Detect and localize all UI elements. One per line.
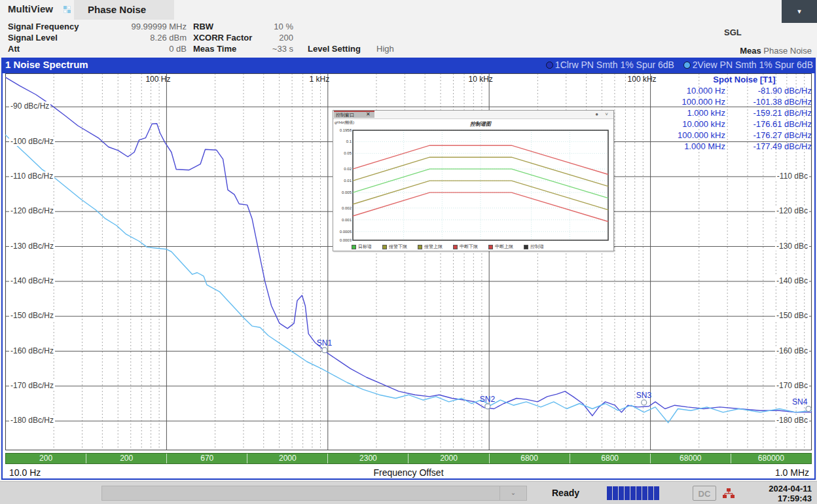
spot-noise-row: 1.000 kHz-159.21 dBc/Hz [653, 107, 812, 118]
overlay-y-tick: 0.01 [344, 179, 352, 183]
trace-2-dot-icon [683, 62, 691, 69]
segment-count: 200 [86, 454, 167, 463]
overlay-y-tick: 0.0005 [340, 230, 352, 234]
overlay-legend-item: 报警下限 [382, 243, 407, 250]
progress-segment [613, 486, 618, 500]
field-label: Att [8, 44, 20, 54]
legend-swatch-icon [418, 245, 422, 249]
time-text: 17:59:43 [769, 494, 812, 503]
spot-noise-frequency: 10.000 kHz [653, 118, 725, 130]
overlay-y-tick: 0.005 [342, 190, 352, 194]
overlay-x-tick: 2000 [604, 242, 613, 243]
overlay-profile-chart: 控制谱图g²/Hz(幅值)0.19580.10.050.020.010.0050… [333, 118, 615, 243]
field-value: 10 % [249, 22, 293, 31]
close-icon[interactable]: ✕ [366, 111, 371, 118]
trace-2-legend[interactable]: 2View PN Smth 1% Spur 6dB [683, 60, 813, 70]
segment-count: 670 [167, 454, 247, 463]
trace-1-label: 1Clrw PN Smth 1% Spur 6dB [555, 60, 674, 70]
spot-noise-frequency: 10.000 Hz [653, 85, 725, 96]
legend-swatch-icon [352, 245, 356, 249]
field-value: 99.99999 MHz [105, 22, 187, 31]
overlay-y-tick: 0.001 [342, 218, 352, 222]
legend-swatch-icon [488, 245, 493, 249]
legend-label: 控制谱 [530, 243, 544, 250]
spot-noise-value: -159.21 dBc/Hz [725, 107, 812, 118]
spot-noise-title: Spot Noise [T1] [653, 75, 812, 84]
spot-noise-value: -81.90 dBc/Hz [725, 85, 812, 96]
field-label: Signal Level [8, 33, 58, 43]
segment-count: 2000 [408, 454, 489, 463]
meas-value: Phase Noise [763, 46, 812, 56]
segment-count: 680000 [731, 454, 811, 463]
overlay-legend-item: 目标谱 [352, 243, 372, 250]
dc-coupling-indicator: DC [693, 486, 716, 501]
noise-spectrum-titlebar: 1 Noise Spectrum 1Clrw PN Smth 1% Spur 6… [1, 58, 816, 72]
status-message-field: ⌄ [101, 486, 527, 501]
chart-title: 1 Noise Spectrum [5, 58, 88, 72]
multiview-grid-icon [64, 6, 71, 14]
legend-label: 中断下限 [460, 243, 478, 250]
spot-noise-value: -176.61 dBc/Hz [725, 118, 812, 130]
field-value: High [376, 44, 416, 54]
legend-label: 报警上限 [424, 243, 443, 250]
overlay-y-tick: 0.1958 [340, 128, 352, 132]
overlay-app-window[interactable]: 控制窗口 ✕ ● ˅ 控制谱图g²/Hz(幅值)0.19580.10.050.0… [333, 110, 614, 251]
meas-mode-indicator: Meas Phase Noise [740, 46, 812, 56]
progress-segment [619, 486, 624, 500]
overlay-legend-item: 控制谱 [524, 243, 544, 250]
field-value: 200 [249, 33, 293, 43]
status-expand-button[interactable]: ⌄ [499, 486, 526, 500]
trace-1-legend[interactable]: 1Clrw PN Smth 1% Spur 6dB [546, 60, 674, 70]
field-value: ~33 s [249, 44, 293, 54]
overlay-chart-title: 控制谱图 [469, 121, 492, 127]
overlay-legend-item: 中断下限 [453, 243, 478, 250]
progress-segment [636, 486, 642, 500]
legend-label: 中断上限 [495, 243, 513, 250]
spot-noise-table: Spot Noise [T1] 10.000 Hz-81.90 dBc/Hz10… [653, 75, 812, 152]
spot-noise-row: 10.000 Hz-81.90 dBc/Hz [653, 85, 812, 96]
chevron-down-icon: ▾ [797, 7, 801, 15]
phase-noise-analyzer-app: MultiView Phase Noise ▾ Signal Frequency… [0, 0, 817, 504]
progress-segment [607, 486, 612, 500]
tab-phase-noise[interactable]: Phase Noise [74, 0, 174, 20]
overlay-legend: 目标谱报警下限报警上限中断下限中断上限控制谱 [352, 243, 544, 251]
datetime-display: 2024-04-11 17:59:43 [769, 484, 812, 503]
field-label: Level Setting [308, 44, 361, 54]
legend-swatch-icon [524, 245, 528, 249]
progress-segment [654, 486, 659, 500]
field-value: 8.26 dBm [105, 33, 187, 43]
overlay-x-tick: 1000 [566, 242, 575, 243]
spot-noise-value: -176.27 dBc/Hz [725, 130, 812, 141]
overlay-corner-icons[interactable]: ● ˅ [595, 111, 611, 118]
spot-noise-frequency: 1.000 kHz [653, 107, 725, 118]
segment-count: 6800 [570, 454, 651, 463]
spot-noise-row: 1.000 MHz-177.49 dBc/Hz [653, 141, 812, 152]
spot-noise-frequency: 1.000 MHz [653, 141, 725, 152]
progress-segment [625, 486, 630, 500]
noise-spectrum-window: -90 dBc/Hz-100 dBc/Hz-110 dBc/Hz-110 dBc… [1, 72, 816, 480]
segment-count: 2000 [247, 454, 328, 463]
trace-legend: 1Clrw PN Smth 1% Spur 6dB 2View PN Smth … [539, 58, 813, 72]
overlay-y-tick: 0.02 [344, 167, 352, 171]
segment-count-bar: 2002006702000230020006800680068000680000 [5, 453, 812, 464]
spot-noise-value: -177.49 dBc/Hz [725, 141, 812, 152]
spot-noise-frequency: 100.000 Hz [653, 96, 725, 107]
spot-noise-value: -101.38 dBc/Hz [725, 96, 812, 107]
trace-2-label: 2View PN Smth 1% Spur 6dB [693, 60, 813, 70]
progress-segment [630, 486, 636, 500]
top-tab-bar: MultiView Phase Noise ▾ [0, 0, 817, 20]
lan-network-icon [723, 488, 735, 499]
legend-label: 报警下限 [389, 243, 407, 250]
meas-label: Meas [740, 46, 761, 56]
segment-count: 2300 [328, 454, 408, 463]
marker-sn2-icon [485, 404, 490, 409]
ready-status: Ready [552, 488, 579, 498]
tab-multiview[interactable]: MultiView [8, 3, 53, 14]
overlay-y-tick: 0.1 [346, 139, 352, 143]
field-label: Meas Time [193, 44, 236, 54]
progress-segment [648, 486, 653, 500]
field-label: RBW [193, 22, 213, 31]
legend-swatch-icon [382, 245, 387, 249]
field-label: XCORR Factor [193, 33, 252, 43]
overlay-legend-item: 中断上限 [488, 243, 513, 250]
